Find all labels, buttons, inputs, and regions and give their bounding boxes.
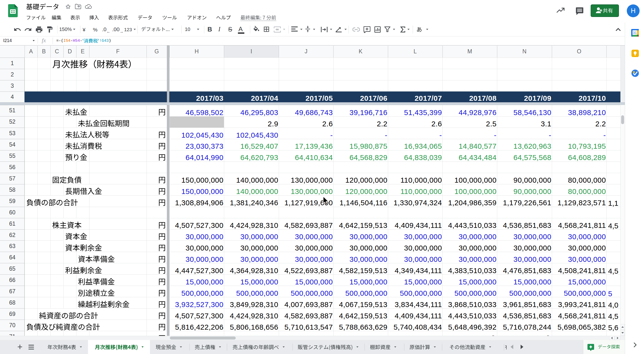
svg-text:31: 31 xyxy=(633,31,637,35)
